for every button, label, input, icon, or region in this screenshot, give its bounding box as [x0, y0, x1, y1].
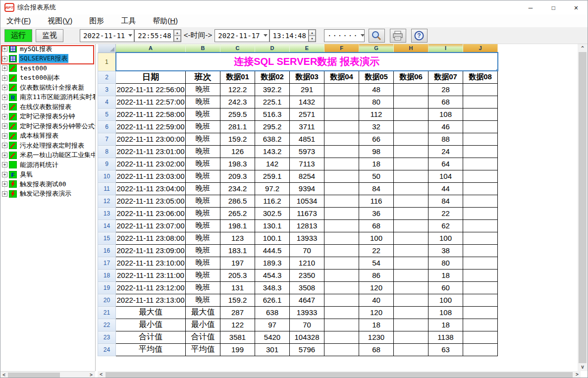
- sidebar-item-7[interactable]: +在线仪表数据报表: [0, 102, 95, 112]
- grid-header-cell[interactable]: 数据08: [463, 71, 498, 83]
- grid-cell[interactable]: 晚班: [186, 207, 220, 219]
- grid-cell[interactable]: [394, 306, 428, 319]
- grid-cell[interactable]: [394, 294, 428, 306]
- grid-cell[interactable]: [324, 281, 359, 294]
- grid-cell[interactable]: 259.5: [220, 108, 255, 120]
- grid-cell[interactable]: 70: [290, 244, 324, 257]
- expand-icon[interactable]: +: [2, 153, 7, 158]
- grid-cell[interactable]: [463, 331, 498, 343]
- grid-cell[interactable]: 100: [359, 232, 394, 244]
- grid-cell[interactable]: 64: [428, 158, 463, 170]
- grid-cell[interactable]: [324, 120, 359, 133]
- scroll-left-icon[interactable]: <: [2, 372, 5, 378]
- column-header-J[interactable]: J: [463, 44, 498, 53]
- grid-cell[interactable]: 2022-11-11 23:06:00: [116, 207, 186, 219]
- grid-cell[interactable]: 104328: [290, 331, 324, 343]
- grid-cell[interactable]: 晚班: [186, 108, 220, 120]
- grid-cell[interactable]: 3711: [290, 120, 324, 133]
- grid-cell[interactable]: 183.1: [220, 244, 255, 257]
- sidebar-item-3[interactable]: +test000: [0, 63, 95, 73]
- column-header-D[interactable]: D: [255, 44, 290, 53]
- expand-icon[interactable]: +: [2, 114, 7, 119]
- grid-cell[interactable]: 2022-11-11 23:09:00: [116, 244, 186, 257]
- row-header-23[interactable]: 23: [98, 331, 116, 343]
- row-header-6[interactable]: 6: [98, 120, 116, 133]
- grid-cell[interactable]: 265.2: [220, 207, 255, 219]
- grid-cell[interactable]: 晚班: [186, 244, 220, 257]
- grid-cell[interactable]: 晚班: [186, 232, 220, 244]
- report-title-cell[interactable]: 连接SQL SERVER数据 报表演示: [116, 53, 498, 71]
- grid-cell[interactable]: [394, 182, 428, 195]
- grid-cell[interactable]: 281.1: [220, 120, 255, 133]
- grid-cell[interactable]: 234.2: [220, 182, 255, 195]
- spin-up-icon[interactable]: ▲: [309, 30, 316, 36]
- grid-cell[interactable]: 60: [428, 281, 463, 294]
- grid-cell[interactable]: [324, 170, 359, 182]
- grid-cell[interactable]: 291: [290, 83, 324, 96]
- grid-horizontal-scrollbar[interactable]: < >: [98, 371, 581, 378]
- grid-cell[interactable]: 4647: [290, 294, 324, 306]
- grid-cell[interactable]: 205.3: [220, 269, 255, 281]
- grid-cell[interactable]: [463, 83, 498, 96]
- grid-cell[interactable]: 70: [290, 319, 324, 331]
- grid-cell[interactable]: [463, 96, 498, 108]
- grid-cell[interactable]: 242.3: [220, 96, 255, 108]
- grid-cell[interactable]: 116.2: [255, 195, 290, 207]
- grid-cell[interactable]: 84: [359, 182, 394, 195]
- grid-cell[interactable]: [463, 108, 498, 120]
- expand-icon[interactable]: +: [2, 143, 7, 148]
- grid-cell[interactable]: [463, 158, 498, 170]
- grid-cell[interactable]: [324, 108, 359, 120]
- expand-icon[interactable]: +: [2, 172, 7, 177]
- sidebar-item-2[interactable]: +SQLSERVER报表: [0, 54, 95, 64]
- grid-cell[interactable]: 2571: [290, 108, 324, 120]
- grid-cell[interactable]: 444.5: [255, 244, 290, 257]
- grid-cell[interactable]: 62: [428, 219, 463, 232]
- grid-cell[interactable]: 2022-11-11 23:05:00: [116, 195, 186, 207]
- grid-cell[interactable]: 126: [220, 145, 255, 158]
- grid-cell[interactable]: 2022-11-11 23:13:00: [116, 294, 186, 306]
- grid-cell[interactable]: [463, 281, 498, 294]
- grid-cell[interactable]: 84: [428, 195, 463, 207]
- grid-cell[interactable]: [463, 257, 498, 269]
- grid-cell[interactable]: 638.2: [255, 133, 290, 145]
- grid-cell[interactable]: 36: [359, 207, 394, 219]
- column-header-F[interactable]: F: [324, 44, 359, 53]
- grid-header-cell[interactable]: 数据07: [428, 71, 463, 83]
- grid-cell[interactable]: 100.1: [255, 232, 290, 244]
- grid-cell[interactable]: 516.3: [255, 108, 290, 120]
- grid-cell[interactable]: [394, 170, 428, 182]
- sidebar-item-12[interactable]: +米易一枝山功能区工业集中区: [0, 151, 95, 161]
- grid-cell[interactable]: [324, 331, 359, 343]
- row-header-4[interactable]: 4: [98, 96, 116, 108]
- grid-cell[interactable]: 晚班: [186, 145, 220, 158]
- row-header-16[interactable]: 16: [98, 244, 116, 257]
- sidebar-item-8[interactable]: +定时记录报表5分钟: [0, 112, 95, 122]
- grid-cell[interactable]: 86: [359, 269, 394, 281]
- line-style-combo[interactable]: ······: [324, 29, 365, 42]
- sidebar-item-16[interactable]: +触发记录报表演示: [0, 189, 95, 199]
- scroll-down-icon[interactable]: v: [578, 364, 588, 370]
- grid-cell[interactable]: [324, 133, 359, 145]
- column-header-H[interactable]: H: [394, 44, 428, 53]
- grid-cell[interactable]: 54: [359, 257, 394, 269]
- grid-cell[interactable]: 638: [255, 306, 290, 319]
- grid-cell[interactable]: 2022-11-11 22:59:00: [116, 120, 186, 133]
- grid-cell[interactable]: [394, 244, 428, 257]
- menu-item-5[interactable]: 帮助(H): [153, 16, 178, 26]
- grid-cell[interactable]: 22: [428, 207, 463, 219]
- expand-icon[interactable]: +: [2, 85, 7, 90]
- row-header-9[interactable]: 9: [98, 158, 116, 170]
- grid-cell[interactable]: 50: [359, 170, 394, 182]
- column-header-G[interactable]: G: [359, 44, 394, 53]
- grid-cell[interactable]: 5796: [290, 343, 324, 356]
- expand-icon[interactable]: +: [2, 75, 7, 81]
- column-header-B[interactable]: B: [186, 44, 220, 53]
- grid-cell[interactable]: 198.3: [220, 158, 255, 170]
- grid-cell[interactable]: 13933: [290, 232, 324, 244]
- grid-cell[interactable]: [394, 257, 428, 269]
- expand-icon[interactable]: +: [2, 46, 7, 52]
- grid-cell[interactable]: 最大值: [186, 306, 220, 319]
- grid-cell[interactable]: [394, 96, 428, 108]
- menu-item-3[interactable]: 图形: [89, 16, 104, 26]
